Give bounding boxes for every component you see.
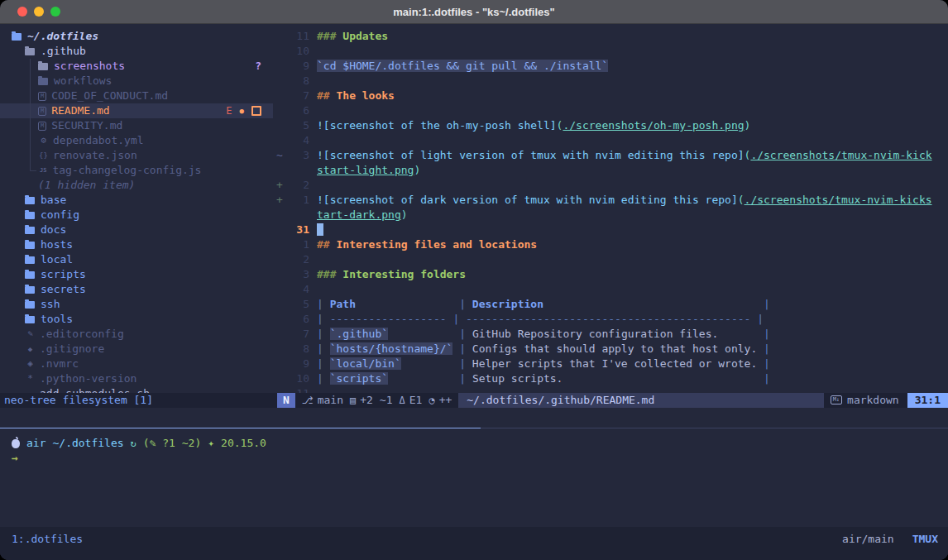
line-number: 10	[288, 44, 309, 59]
tree-item-dependabot.yml[interactable]: ⚙dependabot.yml	[0, 133, 273, 148]
line-number: 6	[288, 103, 309, 118]
text-segment: ----------------------------------------…	[466, 313, 750, 325]
editor-line[interactable]: 3### Interesting folders	[273, 267, 948, 282]
tree-item-.github[interactable]: .github	[0, 44, 273, 59]
tree-item-.nvmrc[interactable]: ◈.nvmrc	[0, 357, 273, 371]
line-number: 11	[288, 29, 309, 44]
tree-item-label: docs	[41, 223, 66, 237]
filetype-indicator: M↓ markdown	[831, 394, 899, 406]
editor-line[interactable]: 2	[273, 252, 948, 267]
git-added-count: +2	[360, 394, 373, 406]
minimize-button[interactable]	[34, 7, 44, 17]
sign-column	[273, 223, 288, 237]
editor-cursor-line[interactable]: 31	[273, 223, 948, 237]
editor-line[interactable]: +1![screenshot of dark version of tmux w…	[273, 193, 948, 208]
editor-line[interactable]: 7## The looks	[273, 89, 948, 103]
editor-line[interactable]: 4	[273, 282, 948, 297]
tree-item-tag-changelog-config.js[interactable]: JStag-changelog-config.js	[0, 163, 273, 178]
text-segment: `scripts`	[330, 372, 388, 385]
editor-line[interactable]: 10	[273, 44, 948, 59]
editor-line[interactable]: 11### Updates	[273, 29, 948, 44]
line-text: | Path | Description |	[317, 297, 770, 312]
update-count: ++	[439, 394, 452, 406]
tree-item-label: add-submodules.sh	[40, 386, 150, 393]
tree-item-screenshots[interactable]: screenshots?	[0, 59, 273, 74]
text-segment: Path	[330, 298, 356, 310]
tree-item-CODE_OF_CONDUCT.md[interactable]: MCODE_OF_CONDUCT.md	[0, 89, 273, 103]
editor-line[interactable]: +2	[273, 178, 948, 193]
prompt-input-line[interactable]: →	[12, 451, 948, 466]
text-segment: `hosts/{hostname}/`	[330, 342, 453, 355]
modified-dot-icon: ●	[240, 103, 244, 118]
close-button[interactable]	[17, 7, 27, 17]
tree-item-label: CODE_OF_CONDUCT.md	[51, 89, 168, 103]
editor-pane[interactable]: 11### Updates109`cd $HOME/.dotfiles && g…	[273, 24, 948, 393]
tree-item-workflows[interactable]: workflows	[0, 74, 273, 89]
text-segment: |	[317, 328, 330, 340]
folder-icon	[25, 316, 35, 323]
editor-line[interactable]: 6| ------------------ | ----------------…	[273, 312, 948, 327]
text-segment: Helper scripts that I've collected or wr…	[472, 357, 757, 370]
tree-item-.python-version[interactable]: *.python-version	[0, 371, 273, 386]
text-segment: ##	[317, 89, 336, 102]
editor-line[interactable]: 10| `scripts` | Setup scripts. |	[273, 371, 948, 386]
editor-line[interactable]: 9| `local/bin` | Helper scripts that I'v…	[273, 357, 948, 371]
line-number: 1	[288, 193, 309, 208]
editor-line[interactable]: 4	[273, 133, 948, 148]
line-text: tart-dark.png)	[317, 208, 408, 223]
tree-item-README.md[interactable]: MREADME.mdE●	[0, 103, 273, 118]
sign-column	[273, 327, 288, 342]
editor-line[interactable]: tart-dark.png)	[273, 208, 948, 223]
node-icon: ✦	[208, 436, 214, 451]
tree-item-scripts[interactable]: scripts	[0, 267, 273, 282]
tree-item-1hiddenitem[interactable]: (1 hidden item)	[0, 178, 273, 193]
tree-item-local[interactable]: local	[0, 252, 273, 267]
editor-line[interactable]: 5![screenshot of the oh-my-posh shell](.…	[273, 118, 948, 133]
editor-line[interactable]: 6	[273, 103, 948, 118]
tree-item-hosts[interactable]: hosts	[0, 237, 273, 252]
tree-item-tools[interactable]: tools	[0, 312, 273, 327]
sign-column	[273, 371, 288, 386]
text-segment: )	[414, 164, 420, 176]
editor-line[interactable]: 1## Interesting files and locations	[273, 237, 948, 252]
tree-item-SECURITY.md[interactable]: MSECURITY.md	[0, 118, 273, 133]
line-number: 2	[288, 252, 309, 267]
tree-item-.gitignore[interactable]: ◆.gitignore	[0, 342, 273, 357]
tmux-window-tab[interactable]: 1:.dotfiles	[12, 532, 83, 547]
folder-open-icon	[25, 48, 35, 55]
zoom-button[interactable]	[50, 7, 60, 17]
shell-pane[interactable]: air ~/.dotfiles ↻ (✎ ?1 ~2) ✦ 20.15.0 →	[0, 429, 948, 527]
git-changed-count: ~1	[380, 394, 393, 406]
tree-item-base[interactable]: base	[0, 193, 273, 208]
neo-tree-panel[interactable]: ~/.dotfiles.githubscreenshots?workflowsM…	[0, 24, 273, 393]
folder-icon	[38, 78, 48, 85]
tree-item-.dotfiles[interactable]: ~/.dotfiles	[0, 29, 273, 44]
file-path: ~/.dotfiles/.github/README.md	[458, 393, 823, 408]
tree-item-add-submodules.sh[interactable]: ▪add-submodules.sh	[0, 386, 273, 393]
git-sign: +	[273, 193, 288, 208]
prompt-cwd: ~/.dotfiles	[52, 436, 123, 451]
cursor-position: 31:1	[907, 393, 948, 408]
editor-line[interactable]: 8| `hosts/{hostname}/` | Configs that sh…	[273, 342, 948, 357]
text-segment: ![screenshot of the oh-my-posh shell]	[317, 119, 557, 132]
editor-line[interactable]: start-light.png)	[273, 163, 948, 178]
tree-item-config[interactable]: config	[0, 208, 273, 223]
editor-line[interactable]: 11	[273, 386, 948, 393]
editor-line[interactable]: 9`cd $HOME/.dotfiles && git pull && ./in…	[273, 59, 948, 74]
line-text: | `local/bin` | Helper scripts that I've…	[317, 357, 770, 371]
text-segment: |	[317, 357, 330, 370]
clock-icon: ◔	[429, 395, 434, 406]
sign-column	[273, 282, 288, 297]
editor-line[interactable]: 8	[273, 74, 948, 89]
tree-item-ssh[interactable]: ssh	[0, 297, 273, 312]
editor-line[interactable]: 5| Path | Description |	[273, 297, 948, 312]
tree-item-label: tag-changelog-config.js	[52, 163, 201, 178]
tree-item-secrets[interactable]: secrets	[0, 282, 273, 297]
editorconfig-icon: ✎	[25, 327, 36, 342]
tree-item-.editorconfig[interactable]: ✎.editorconfig	[0, 327, 273, 342]
tree-item-label: secrets	[41, 282, 86, 297]
editor-line[interactable]: 7| `.github` | GitHub Repository configu…	[273, 327, 948, 342]
editor-line[interactable]: ~3![screenshot of light version of tmux …	[273, 148, 948, 163]
tree-item-renovate.json[interactable]: {}renovate.json	[0, 148, 273, 163]
tree-item-docs[interactable]: docs	[0, 223, 273, 237]
